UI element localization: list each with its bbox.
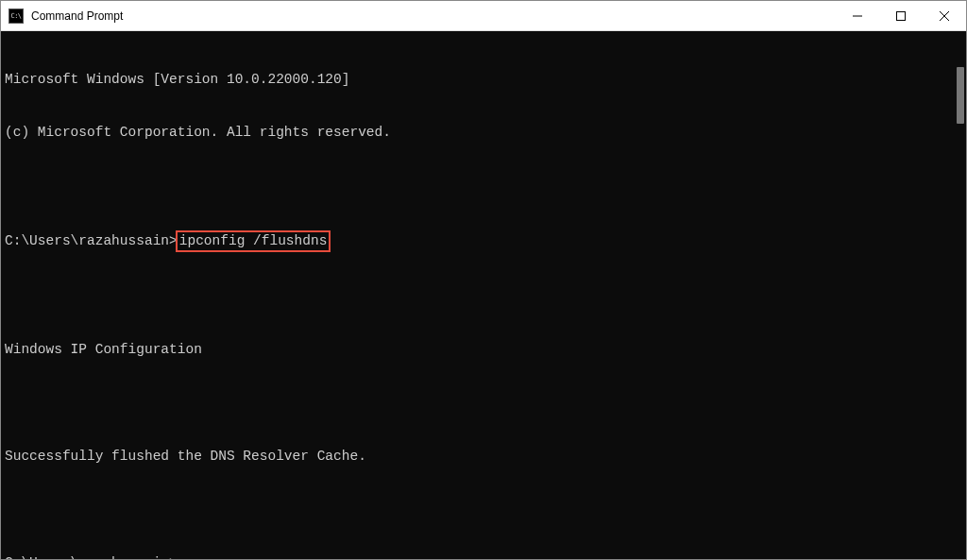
blank-line <box>5 178 962 195</box>
copyright-line: (c) Microsoft Corporation. All rights re… <box>5 124 962 142</box>
terminal-content: Microsoft Windows [Version 10.0.22000.12… <box>5 35 962 559</box>
close-button[interactable] <box>923 1 966 30</box>
svg-rect-1 <box>897 11 906 20</box>
prompt-line-2: C:\Users\razahussain> <box>5 554 962 559</box>
titlebar[interactable]: C:\ Command Prompt <box>1 1 966 31</box>
terminal-area[interactable]: Microsoft Windows [Version 10.0.22000.12… <box>1 31 966 559</box>
maximize-button[interactable] <box>879 1 923 30</box>
blank-line <box>5 395 962 413</box>
prompt-text: C:\Users\razahussain> <box>5 233 178 248</box>
blank-line <box>5 501 962 519</box>
cmd-icon-text: C:\ <box>10 12 21 20</box>
cmd-icon: C:\ <box>8 8 24 24</box>
command-prompt-window: C:\ Command Prompt Micro <box>0 0 967 560</box>
blank-line <box>5 288 962 306</box>
output-header: Windows IP Configuration <box>5 341 962 359</box>
minimize-icon <box>853 11 862 21</box>
close-icon <box>940 11 949 21</box>
maximize-icon <box>896 11 906 21</box>
scrollbar-thumb[interactable] <box>957 67 964 124</box>
highlighted-command: ipconfig /flushdns <box>176 230 331 252</box>
command-line: C:\Users\razahussain>ipconfig /flushdns <box>5 230 962 252</box>
version-line: Microsoft Windows [Version 10.0.22000.12… <box>5 71 962 89</box>
window-controls <box>836 1 966 30</box>
prompt-text: C:\Users\razahussain> <box>5 555 178 559</box>
output-message: Successfully flushed the DNS Resolver Ca… <box>5 448 962 466</box>
minimize-button[interactable] <box>836 1 879 30</box>
window-title: Command Prompt <box>31 9 836 23</box>
